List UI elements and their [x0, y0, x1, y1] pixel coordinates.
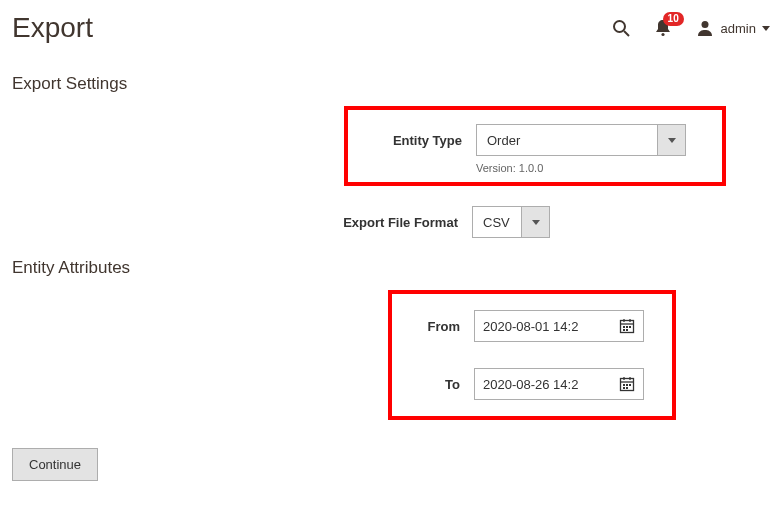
date-range-group: From To — [388, 290, 676, 420]
to-date-field[interactable] — [483, 377, 613, 392]
entity-type-label: Entity Type — [366, 133, 462, 148]
svg-rect-17 — [623, 384, 625, 386]
svg-rect-9 — [626, 326, 628, 328]
from-date-input[interactable] — [474, 310, 644, 342]
chevron-down-icon — [521, 207, 549, 237]
svg-rect-12 — [626, 329, 628, 331]
entity-type-select[interactable]: Order — [476, 124, 686, 156]
svg-point-0 — [614, 21, 625, 32]
entity-attributes-heading: Entity Attributes — [12, 258, 770, 278]
to-date-input[interactable] — [474, 368, 644, 400]
chevron-down-icon — [657, 125, 685, 155]
file-format-label: Export File Format — [320, 215, 458, 230]
user-name-label: admin — [721, 21, 756, 36]
export-settings-heading: Export Settings — [12, 74, 770, 94]
to-label: To — [410, 377, 460, 392]
svg-rect-21 — [626, 387, 628, 389]
entity-type-version: Version: 1.0.0 — [476, 162, 704, 174]
svg-rect-19 — [629, 384, 631, 386]
file-format-select[interactable]: CSV — [472, 206, 550, 238]
svg-line-1 — [624, 31, 629, 36]
continue-button[interactable]: Continue — [12, 448, 98, 481]
page-title: Export — [12, 12, 93, 44]
entity-type-group: Entity Type Order Version: 1.0.0 — [344, 106, 726, 186]
svg-rect-10 — [629, 326, 631, 328]
svg-point-3 — [701, 21, 708, 28]
user-icon — [695, 18, 715, 38]
notifications-button[interactable]: 10 — [653, 18, 673, 38]
entity-type-value: Order — [477, 125, 657, 155]
svg-point-2 — [661, 33, 664, 36]
calendar-icon[interactable] — [619, 376, 635, 392]
user-menu[interactable]: admin — [695, 18, 770, 38]
svg-rect-18 — [626, 384, 628, 386]
svg-rect-20 — [623, 387, 625, 389]
notification-count-badge: 10 — [663, 12, 684, 26]
file-format-value: CSV — [473, 207, 521, 237]
header-actions: 10 admin — [611, 18, 770, 38]
caret-down-icon — [762, 26, 770, 31]
svg-rect-11 — [623, 329, 625, 331]
from-date-field[interactable] — [483, 319, 613, 334]
svg-rect-8 — [623, 326, 625, 328]
calendar-icon[interactable] — [619, 318, 635, 334]
from-label: From — [410, 319, 460, 334]
search-icon[interactable] — [611, 18, 631, 38]
